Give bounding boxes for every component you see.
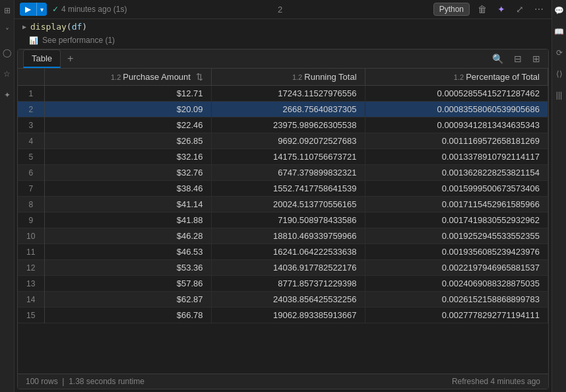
table-tab[interactable]: Table (23, 49, 61, 68)
running-total-label: Running Total (304, 72, 356, 82)
percentage-cell: 0.0013628228253821154 (365, 165, 548, 181)
grid-icon[interactable]: ⊞ (2, 5, 13, 16)
table-body: 1$12.7117243.115279765560.00052855415271… (18, 86, 548, 323)
row-index: 3 (18, 117, 44, 133)
purchase-amount-cell: $46.28 (44, 228, 211, 244)
percentage-cell: 0.0027778292771194111 (365, 308, 548, 323)
purchase-amount-cell: $20.09 (44, 102, 211, 117)
table-row: 9$41.887190.5089784335860.00174198305529… (18, 212, 548, 228)
expand-button[interactable]: ⤢ (513, 3, 526, 16)
purchase-amount-cell: $22.46 (44, 117, 211, 133)
running-total-cell: 14175.110756673721 (211, 149, 365, 165)
sort-icon[interactable]: ⇅ (196, 72, 203, 82)
table-row: 2$20.092668.756408373050.000835580605399… (18, 102, 548, 117)
purchase-amount-cell: $53.36 (44, 260, 211, 276)
table-row: 1$12.7117243.115279765560.00052855415271… (18, 86, 548, 102)
running-total-cell: 16241.064222533638 (211, 244, 365, 260)
percentage-cell: 0.0024069088328875035 (365, 276, 548, 292)
running-total-cell: 20024.513770556165 (211, 197, 365, 212)
code-function: display(df) (30, 22, 87, 32)
row-index: 5 (18, 149, 44, 165)
code-icon[interactable]: ⟨⟩ (554, 69, 565, 79)
percentage-cell: 0.0019356085239423976 (365, 244, 548, 260)
percentage-cell: 0.0017419830552932962 (365, 212, 548, 228)
filter-button[interactable]: ⊟ (511, 52, 524, 65)
percentage-cell: 0.0011169572658181269 (365, 133, 548, 149)
row-index: 2 (18, 102, 44, 117)
tab-bar: Table + 🔍 ⊟ ⊞ (18, 49, 548, 69)
purchase-amount-cell: $46.53 (44, 244, 211, 260)
book-icon[interactable]: 📖 (554, 26, 565, 37)
run-button[interactable]: ▶ (20, 3, 36, 16)
row-index: 6 (18, 165, 44, 181)
python-badge[interactable]: Python (433, 3, 470, 16)
delete-button[interactable]: 🗑 (475, 3, 489, 16)
purchase-amount-cell: $57.86 (44, 276, 211, 292)
running-total-cell: 14036.917782522176 (211, 260, 365, 276)
sidebar-right: 💬 📖 ⟳ ⟨⟩ ||| (551, 0, 566, 392)
code-line: ▶ display(df) (15, 19, 551, 34)
table-row: 12$53.3614036.9177825221760.002219794696… (18, 260, 548, 276)
tab-icon-group: 🔍 ⊟ ⊞ (489, 52, 543, 65)
row-index: 7 (18, 181, 44, 197)
running-total-header[interactable]: 1.2 Running Total (211, 69, 365, 86)
table-row: 5$32.1614175.1107566737210.0013378910792… (18, 149, 548, 165)
percentage-label: Percentage of Total (466, 72, 540, 82)
check-icon: ✓ (52, 5, 59, 14)
purchase-amount-cell: $41.14 (44, 197, 211, 212)
table-container[interactable]: 1.2 Purchase Amount ⇅ 1.2 Running Total … (18, 69, 548, 374)
table-row: 15$66.7819062.8933859136670.002777829277… (18, 308, 548, 323)
running-total-cell: 2668.75640837305 (211, 102, 365, 117)
row-index: 8 (18, 197, 44, 212)
sparkle-button[interactable]: ✦ (495, 3, 508, 16)
table-row: 13$57.868771.8573712293980.0024069088328… (18, 276, 548, 292)
percentage-cell: 0.0015999500673573406 (365, 181, 548, 197)
more-options-button[interactable]: ⋯ (532, 3, 546, 16)
table-row: 6$32.766747.3798998323210.00136282282538… (18, 165, 548, 181)
purchase-amount-cell: $62.87 (44, 292, 211, 308)
row-index: 13 (18, 276, 44, 292)
running-total-cell: 6747.379899832321 (211, 165, 365, 181)
sparkle-icon[interactable]: ✦ (2, 90, 13, 100)
purchase-amount-cell: $12.71 (44, 86, 211, 102)
chevron-down-icon[interactable]: ˅ (2, 26, 13, 37)
table-tab-label: Table (32, 53, 52, 63)
running-total-cell: 9692.092072527683 (211, 133, 365, 149)
cell-toolbar: ▶ ▾ ✓ 4 minutes ago (1s) 2 Python 🗑 ✦ ⤢ … (15, 0, 551, 19)
purchase-amount-header[interactable]: 1.2 Purchase Amount ⇅ (44, 69, 211, 86)
row-count: 100 rows | 1.38 seconds runtime (26, 377, 144, 386)
table-row: 14$62.8724038.8564255322560.002615215886… (18, 292, 548, 308)
table-row: 3$22.4623975.9896263055380.0009341281343… (18, 117, 548, 133)
search-button[interactable]: 🔍 (489, 52, 506, 65)
running-total-cell: 18810.469339759966 (211, 228, 365, 244)
refresh-status: Refreshed 4 minutes ago (452, 377, 540, 386)
row-index: 14 (18, 292, 44, 308)
run-button-group[interactable]: ▶ ▾ (20, 3, 47, 16)
running-total-cell: 8771.857371229398 (211, 276, 365, 292)
percentage-cell: 0.0019252945533552355 (365, 228, 548, 244)
performance-line[interactable]: 📊 See performance (1) (15, 34, 551, 49)
running-total-cell: 17243.11527976556 (211, 86, 365, 102)
percentage-cell: 0.0022197946965881537 (365, 260, 548, 276)
percentage-header[interactable]: 1.2 Percentage of Total (365, 69, 548, 86)
percentage-cell: 0.00093412813434635343 (365, 117, 548, 133)
layout-button[interactable]: ⊞ (530, 52, 543, 65)
add-tab-button[interactable]: + (63, 51, 77, 66)
data-table: 1.2 Purchase Amount ⇅ 1.2 Running Total … (18, 69, 548, 323)
cell-number: 2 (132, 5, 427, 15)
history-icon[interactable]: ⟳ (554, 48, 565, 58)
main-content: ▶ ▾ ✓ 4 minutes ago (1s) 2 Python 🗑 ✦ ⤢ … (15, 0, 551, 392)
expand-icon[interactable]: ▶ (22, 23, 26, 30)
performance-text: See performance (1) (42, 36, 115, 45)
run-status: ✓ 4 minutes ago (1s) (52, 5, 127, 14)
percentage-cell: 0.00083558060539905686 (365, 102, 548, 117)
library-icon[interactable]: ||| (554, 90, 565, 100)
percentage-cell: 0.0026152158868899783 (365, 292, 548, 308)
star-icon[interactable]: ☆ (2, 69, 13, 79)
running-total-cell: 23975.989626305538 (211, 117, 365, 133)
run-dropdown-button[interactable]: ▾ (37, 4, 47, 15)
person-icon[interactable]: ◯ (2, 48, 13, 58)
chat-icon[interactable]: 💬 (554, 5, 565, 16)
purchase-amount-type: 1.2 (111, 73, 123, 81)
percentage-cell: 0.0013378910792114117 (365, 149, 548, 165)
